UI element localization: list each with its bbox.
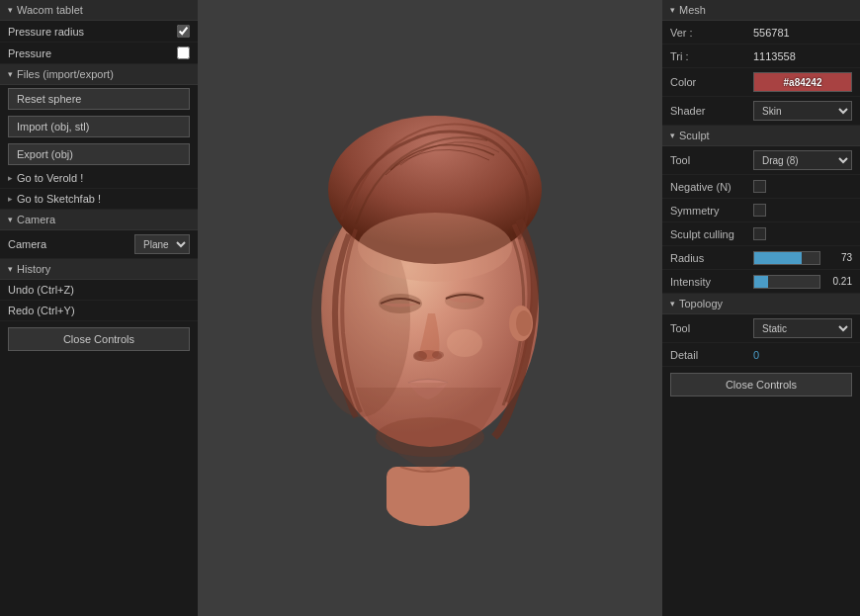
tri-value: 1113558	[753, 50, 852, 62]
svg-point-5	[358, 213, 512, 282]
wacom-section-label: Wacom tablet	[17, 4, 83, 16]
history-section-label: History	[17, 263, 50, 275]
camera-row: Camera Plane Orbit Free	[0, 230, 198, 259]
ver-label: Ver :	[670, 27, 749, 39]
go-verold-link[interactable]: Go to Verold !	[0, 168, 198, 189]
sculpt-culling-label: Sculpt culling	[670, 228, 749, 240]
pressure-radius-row: Pressure radius	[0, 21, 198, 43]
topology-section-header[interactable]: Topology	[662, 294, 860, 314]
camera-section-label: Camera	[17, 214, 55, 225]
symmetry-label: Symmetry	[670, 205, 749, 217]
topology-section-label: Topology	[679, 298, 723, 309]
sculpt-culling-checkbox[interactable]	[753, 227, 766, 240]
viewport-canvas[interactable]	[198, 0, 662, 616]
pressure-checkbox[interactable]	[177, 46, 190, 59]
sculpt-culling-row: Sculpt culling	[662, 222, 860, 246]
color-label: Color	[670, 76, 749, 88]
right-panel: Mesh Ver : 556781 Tri : 1113558 Color #a…	[662, 0, 860, 616]
undo-item[interactable]: Undo (Ctrl+Z)	[0, 280, 198, 301]
pressure-row: Pressure	[0, 43, 198, 64]
mesh-section-header[interactable]: Mesh	[662, 0, 860, 21]
shader-row: Shader Skin Clay Ceramic Matcap	[662, 97, 860, 126]
go-sketchfab-link[interactable]: Go to Sketchfab !	[0, 189, 198, 210]
tool-row: Tool Drag (8) Smooth Flatten Inflate Pin…	[662, 146, 860, 175]
intensity-number: 0.21	[824, 276, 852, 287]
left-close-controls-button[interactable]: Close Controls	[8, 327, 190, 351]
svg-rect-1	[387, 467, 470, 516]
right-close-controls-button[interactable]: Close Controls	[670, 373, 852, 396]
radius-slider-fill	[754, 252, 802, 264]
topo-tool-row: Tool Static Dynamic Adaptive	[662, 314, 860, 343]
sculpt-section-header[interactable]: Sculpt	[662, 126, 860, 146]
intensity-slider-track[interactable]	[753, 275, 820, 289]
radius-slider-track[interactable]	[753, 251, 820, 265]
sculpt-section-label: Sculpt	[679, 130, 710, 141]
tri-row: Tri : 1113558	[662, 44, 860, 68]
intensity-slider-container: 0.21	[753, 275, 852, 289]
tri-label: Tri :	[670, 50, 749, 62]
symmetry-checkbox[interactable]	[753, 204, 766, 217]
shader-select[interactable]: Skin Clay Ceramic Matcap	[753, 101, 852, 121]
camera-label: Camera	[8, 238, 129, 250]
ver-row: Ver : 556781	[662, 21, 860, 44]
detail-label: Detail	[670, 349, 749, 361]
topo-tool-label: Tool	[670, 322, 749, 334]
export-button[interactable]: Export (obj)	[8, 143, 190, 165]
detail-row: Detail 0	[662, 343, 860, 367]
wacom-section-header[interactable]: Wacom tablet	[0, 0, 198, 21]
intensity-row: Intensity 0.21	[662, 270, 860, 294]
svg-point-14	[516, 310, 532, 336]
radius-row: Radius 73	[662, 246, 860, 270]
negative-checkbox[interactable]	[753, 180, 766, 193]
color-row: Color #a84242	[662, 68, 860, 97]
radius-slider-container: 73	[753, 251, 852, 265]
redo-item[interactable]: Redo (Ctrl+Y)	[0, 301, 198, 321]
camera-select[interactable]: Plane Orbit Free	[134, 234, 190, 254]
left-panel: Wacom tablet Pressure radius Pressure Fi…	[0, 0, 198, 616]
intensity-label: Intensity	[670, 276, 749, 288]
reset-sphere-button[interactable]: Reset sphere	[8, 88, 190, 110]
pressure-radius-label: Pressure radius	[8, 26, 171, 38]
svg-point-9	[413, 351, 427, 361]
camera-section-header[interactable]: Camera	[0, 210, 198, 230]
mesh-section-label: Mesh	[679, 4, 706, 16]
pressure-radius-checkbox[interactable]	[177, 25, 190, 38]
detail-value: 0	[753, 349, 759, 361]
negative-label: Negative (N)	[670, 181, 749, 193]
shader-label: Shader	[670, 105, 749, 117]
symmetry-row: Symmetry	[662, 199, 860, 222]
intensity-slider-fill	[754, 276, 768, 288]
ver-value: 556781	[753, 27, 852, 39]
pressure-label: Pressure	[8, 47, 171, 59]
radius-number: 73	[824, 252, 852, 263]
color-hex-value: #a84242	[784, 77, 822, 88]
import-button[interactable]: Import (obj, stl)	[8, 116, 190, 137]
negative-row: Negative (N)	[662, 175, 860, 199]
files-section-label: Files (import/export)	[17, 68, 114, 80]
topo-tool-select[interactable]: Static Dynamic Adaptive	[753, 318, 852, 338]
radius-label: Radius	[670, 252, 749, 264]
files-section-header[interactable]: Files (import/export)	[0, 64, 198, 85]
head-model-svg	[282, 81, 578, 536]
svg-point-12	[447, 329, 482, 357]
color-swatch[interactable]: #a84242	[753, 72, 852, 92]
tool-select[interactable]: Drag (8) Smooth Flatten Inflate Pinch	[753, 150, 852, 170]
history-section-header[interactable]: History	[0, 259, 198, 280]
svg-point-10	[432, 351, 444, 359]
tool-label: Tool	[670, 154, 749, 166]
